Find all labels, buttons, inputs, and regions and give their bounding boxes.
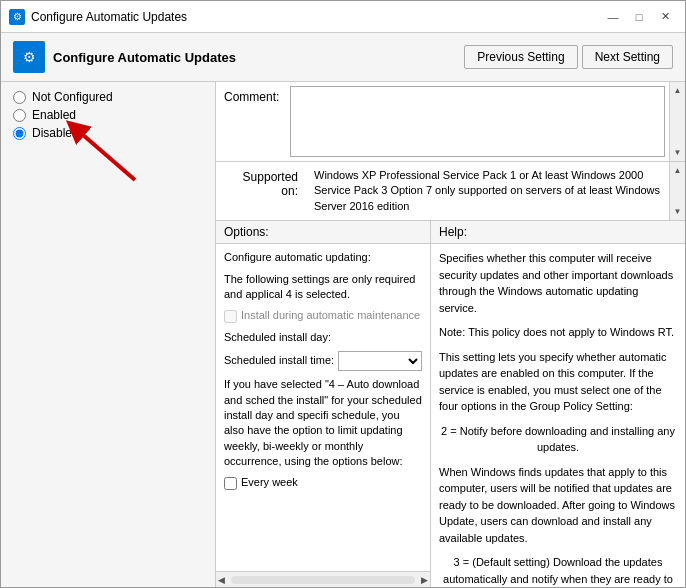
- following-text: The following settings are only required…: [224, 272, 422, 303]
- scroll-down-arrow[interactable]: ▼: [672, 146, 684, 159]
- title-bar: ⚙ Configure Automatic Updates — □ ✕: [1, 1, 685, 33]
- header-icon: ⚙: [13, 41, 45, 73]
- comment-textarea[interactable]: [290, 86, 665, 157]
- desc-text: If you have selected "4 – Auto download …: [224, 377, 422, 469]
- header-bar: ⚙ Configure Automatic Updates Previous S…: [1, 33, 685, 82]
- title-controls: — □ ✕: [601, 6, 677, 28]
- enabled-label: Enabled: [32, 108, 76, 122]
- window-title: Configure Automatic Updates: [31, 10, 187, 24]
- help-text1: Specifies whether this computer will rec…: [439, 250, 677, 316]
- help-text6: 3 = (Default setting) Download the updat…: [439, 554, 677, 587]
- enabled-radio[interactable]: [13, 109, 26, 122]
- scroll-up-arrow[interactable]: ▲: [672, 84, 684, 97]
- comment-row: Comment: ▲ ▼: [216, 82, 685, 162]
- options-scroll-track: [231, 576, 415, 584]
- configure-label: Configure automatic updating:: [224, 250, 422, 265]
- disabled-label: Disabled: [32, 126, 79, 140]
- help-header: Help:: [431, 221, 685, 244]
- next-setting-button[interactable]: Next Setting: [582, 45, 673, 69]
- header-buttons: Previous Setting Next Setting: [464, 45, 673, 69]
- options-content: Configure automatic updating: The follow…: [216, 244, 430, 571]
- scheduled-day-label: Scheduled install day:: [224, 330, 422, 345]
- not-configured-option[interactable]: Not Configured: [13, 90, 203, 104]
- previous-setting-button[interactable]: Previous Setting: [464, 45, 577, 69]
- options-header: Options:: [216, 221, 430, 244]
- every-week-row: Every week: [224, 475, 422, 490]
- scheduled-time-label: Scheduled install time:: [224, 353, 334, 368]
- disabled-radio[interactable]: [13, 127, 26, 140]
- help-text3: This setting lets you specify whether au…: [439, 349, 677, 415]
- help-section: Help: Specifies whether this computer wi…: [431, 221, 685, 587]
- help-text2: Note: This policy does not apply to Wind…: [439, 324, 677, 341]
- maintenance-checkbox-row: Install during automatic maintenance: [224, 308, 422, 323]
- help-content: Specifies whether this computer will rec…: [431, 244, 685, 587]
- enabled-option[interactable]: Enabled: [13, 108, 203, 122]
- supported-scroll-up[interactable]: ▲: [672, 164, 684, 177]
- disabled-option[interactable]: Disabled: [13, 126, 203, 140]
- options-section: Options: Configure automatic updating: T…: [216, 221, 431, 587]
- supported-label: Supported on:: [216, 162, 306, 220]
- supported-row: Supported on: Windows XP Professional Se…: [216, 162, 685, 221]
- close-button[interactable]: ✕: [653, 6, 677, 28]
- radio-group: Not Configured Enabled Disabled: [13, 90, 203, 140]
- not-configured-label: Not Configured: [32, 90, 113, 104]
- options-scroll-right[interactable]: ▶: [419, 575, 430, 585]
- supported-scroll-down[interactable]: ▼: [672, 205, 684, 218]
- minimize-button[interactable]: —: [601, 6, 625, 28]
- window-icon: ⚙: [9, 9, 25, 25]
- maximize-button[interactable]: □: [627, 6, 651, 28]
- content-area: Not Configured Enabled Disabled: [1, 82, 685, 587]
- comment-scrollbar[interactable]: ▲ ▼: [669, 82, 685, 161]
- not-configured-radio[interactable]: [13, 91, 26, 104]
- comment-wrap: [286, 82, 669, 161]
- supported-text: Windows XP Professional Service Pack 1 o…: [306, 162, 669, 220]
- supported-content: Windows XP Professional Service Pack 1 o…: [314, 169, 660, 212]
- options-scroll-left[interactable]: ◀: [216, 575, 227, 585]
- right-panel: Comment: ▲ ▼ Supported on: Windows XP Pr…: [216, 82, 685, 587]
- maintenance-label: Install during automatic maintenance: [241, 308, 420, 323]
- comment-label: Comment:: [216, 82, 286, 161]
- scheduled-time-row: Scheduled install time:: [224, 351, 422, 371]
- options-bottom-scrollbar[interactable]: ◀ ▶: [216, 571, 430, 587]
- help-text4: 2 = Notify before downloading and instal…: [439, 423, 677, 456]
- maintenance-checkbox[interactable]: [224, 310, 237, 323]
- header-title: Configure Automatic Updates: [53, 50, 236, 65]
- every-week-checkbox[interactable]: [224, 477, 237, 490]
- help-text5: When Windows finds updates that apply to…: [439, 464, 677, 547]
- supported-scrollbar[interactable]: ▲ ▼: [669, 162, 685, 220]
- left-panel: Not Configured Enabled Disabled: [1, 82, 216, 587]
- scheduled-time-select[interactable]: [338, 351, 422, 371]
- main-window: ⚙ Configure Automatic Updates — □ ✕ ⚙ Co…: [0, 0, 686, 588]
- every-week-label: Every week: [241, 475, 298, 490]
- options-help-area: Options: Configure automatic updating: T…: [216, 221, 685, 587]
